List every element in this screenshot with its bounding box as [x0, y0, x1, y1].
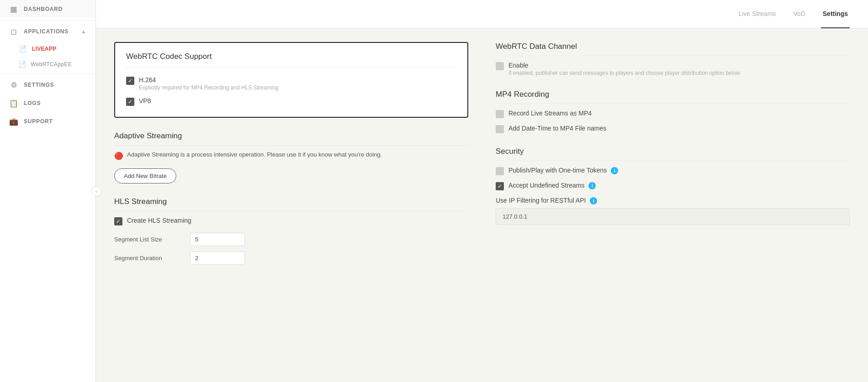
sidebar-item-label: LOGS: [24, 100, 41, 106]
record-live-label: Record Live Streams as MP4: [508, 110, 592, 117]
onetimetoken-checkbox[interactable]: [496, 167, 504, 175]
accept-undefined-info-icon[interactable]: i: [588, 182, 596, 189]
security-title: Security: [496, 147, 850, 161]
webrtc-data-channel-section: WebRTC Data Channel Enable If enabled, p…: [496, 42, 850, 76]
sidebar-subsection-apps: 📄 LiveApp 📄 WebRTCAppEE: [0, 41, 95, 72]
add-new-bitrate-button[interactable]: Add New Bitrate: [114, 168, 176, 183]
ip-filter-info-icon[interactable]: i: [590, 197, 597, 204]
segment-list-size-input[interactable]: [190, 233, 245, 246]
h264-checkbox[interactable]: [126, 77, 134, 85]
adaptive-section-title: Adaptive Streaming: [114, 131, 468, 146]
h264-row: H.264 Explicitly required for MP4 Record…: [126, 76, 456, 91]
codec-support-box: WebRTC Codec Support H.264 Explicitly re…: [114, 42, 468, 118]
add-datetime-row: Add Date-Time to MP4 File names: [496, 125, 850, 133]
file-icon: 📄: [18, 61, 26, 68]
add-datetime-label: Add Date-Time to MP4 File names: [508, 125, 606, 132]
sidebar-divider-2: [0, 73, 95, 74]
settings-icon: ⚙: [9, 80, 18, 89]
sidebar-item-label: DASHBOARD: [24, 6, 63, 12]
sidebar-item-settings[interactable]: ⚙ SETTINGS: [0, 76, 95, 94]
vp8-checkbox[interactable]: [126, 98, 134, 106]
segment-duration-label: Segment Duration: [114, 255, 183, 262]
left-column: WebRTC Codec Support H.264 Explicitly re…: [114, 42, 468, 278]
record-live-row: Record Live Streams as MP4: [496, 110, 850, 118]
chevron-down-icon: ▲: [81, 29, 86, 34]
accept-undefined-checkbox[interactable]: [496, 182, 504, 190]
ip-filter-value[interactable]: 127.0.0.1: [496, 208, 850, 225]
segment-duration-input[interactable]: [190, 251, 245, 265]
sidebar: ▦ DASHBOARD ◻ APPLICATIONS ▲ 📄 LiveApp 📄…: [0, 0, 96, 382]
warning-icon: 🔴: [114, 152, 123, 160]
top-navigation: Live Streams VoD Settings: [96, 0, 868, 28]
logs-icon: 📋: [9, 99, 18, 108]
create-hls-row: Create HLS Streaming: [114, 217, 468, 225]
create-hls-label: Create HLS Streaming: [127, 217, 191, 224]
liveapp-label: LiveApp: [32, 46, 56, 52]
h264-sublabel: Explicitly required for MP4 Recording an…: [139, 84, 278, 91]
adaptive-warning-row: 🔴 Adaptive Streaming is a process intens…: [114, 151, 468, 160]
mp4-recording-title: MP4 Recording: [496, 90, 850, 104]
sidebar-item-label: APPLICATIONS: [24, 28, 69, 35]
enable-data-channel-row: Enable If enabled, publisher can send me…: [496, 62, 850, 76]
file-icon: 📄: [18, 44, 27, 53]
support-icon: 💼: [9, 117, 18, 126]
sidebar-divider: [0, 20, 95, 21]
sidebar-item-logs[interactable]: 📋 LOGS: [0, 94, 95, 112]
hls-section-title: HLS Streaming: [114, 197, 468, 211]
vp8-label: VP8: [139, 97, 151, 105]
create-hls-checkbox[interactable]: [114, 217, 122, 225]
onetimetoken-info-icon[interactable]: i: [611, 167, 618, 174]
content-area: WebRTC Codec Support H.264 Explicitly re…: [96, 28, 868, 382]
sidebar-item-label: SUPPORT: [24, 118, 53, 125]
tab-settings[interactable]: Settings: [821, 0, 850, 28]
segment-duration-row: Segment Duration: [114, 251, 468, 265]
ip-filter-label: Use IP Filtering for RESTful API i: [496, 197, 850, 204]
sidebar-item-liveapp[interactable]: 📄 LiveApp: [9, 41, 95, 57]
accept-undefined-row: Accept Undefined Streams i: [496, 182, 850, 190]
codec-section-title: WebRTC Codec Support: [126, 52, 456, 68]
onetimetoken-row: Publish/Play with One-time Tokens i: [496, 167, 850, 175]
security-section: Security Publish/Play with One-time Toke…: [496, 147, 850, 225]
applications-icon: ◻: [9, 27, 18, 36]
hls-streaming-section: HLS Streaming Create HLS Streaming Segme…: [114, 197, 468, 265]
tab-vod[interactable]: VoD: [791, 0, 807, 28]
adaptive-streaming-section: Adaptive Streaming 🔴 Adaptive Streaming …: [114, 131, 468, 183]
main-content: Live Streams VoD Settings WebRTC Codec S…: [96, 0, 868, 382]
onetimetoken-label: Publish/Play with One-time Tokens i: [508, 167, 618, 174]
adaptive-warning-text: Adaptive Streaming is a process intensiv…: [127, 151, 382, 158]
enable-data-channel-checkbox[interactable]: [496, 62, 504, 70]
right-column: WebRTC Data Channel Enable If enabled, p…: [496, 42, 850, 278]
mp4-recording-section: MP4 Recording Record Live Streams as MP4…: [496, 90, 850, 133]
add-datetime-checkbox[interactable]: [496, 125, 504, 133]
vp8-row: VP8: [126, 97, 456, 106]
webrtc-data-channel-title: WebRTC Data Channel: [496, 42, 850, 56]
segment-list-size-label: Segment List Size: [114, 236, 183, 243]
sidebar-item-applications[interactable]: ◻ APPLICATIONS ▲: [0, 22, 95, 41]
enable-desc: If enabled, publisher can send messages …: [508, 70, 740, 76]
sidebar-collapse-button[interactable]: ‹: [91, 186, 101, 196]
segment-list-size-row: Segment List Size: [114, 233, 468, 246]
sidebar-item-webrtcappee[interactable]: 📄 WebRTCAppEE: [9, 57, 95, 72]
dashboard-icon: ▦: [9, 5, 18, 14]
sidebar-item-support[interactable]: 💼 SUPPORT: [0, 112, 95, 131]
enable-label: Enable: [508, 62, 740, 69]
accept-undefined-label: Accept Undefined Streams i: [508, 182, 596, 189]
sidebar-item-label: SETTINGS: [24, 82, 54, 88]
record-live-checkbox[interactable]: [496, 110, 504, 118]
h264-label: H.264: [139, 76, 278, 84]
tab-live-streams[interactable]: Live Streams: [737, 0, 778, 28]
sidebar-item-dashboard[interactable]: ▦ DASHBOARD: [0, 0, 95, 18]
webrtcappee-label: WebRTCAppEE: [31, 61, 72, 68]
